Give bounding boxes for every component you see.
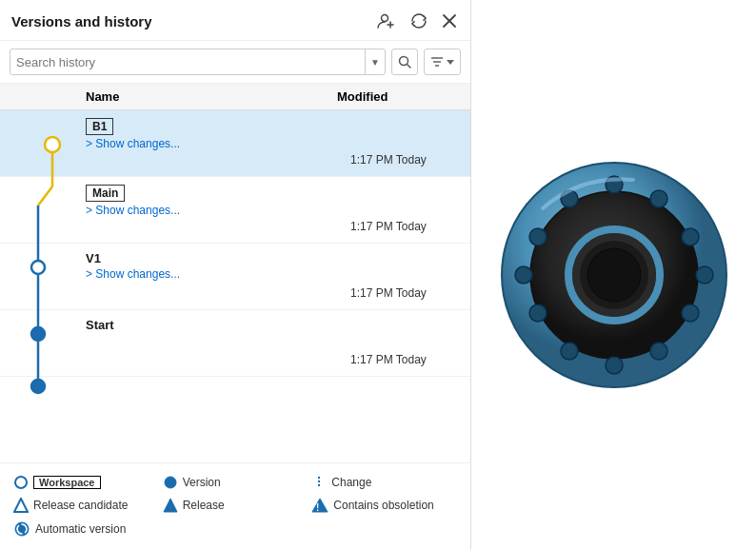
panel-title: Versions and history [11,13,152,29]
search-input-wrapper: ▼ [10,49,386,75]
version-label: Version [183,476,221,489]
header-icons [375,10,459,32]
svg-point-37 [606,357,623,374]
version-name-start: Start [86,318,114,332]
svg-point-32 [650,190,667,207]
row-sub-1: > Show changes... [86,137,343,150]
svg-marker-22 [312,499,328,512]
release-candidate-icon [13,498,29,513]
svg-point-18 [165,477,176,488]
row-sub-2: > Show changes... [86,204,343,217]
search-dropdown-button[interactable]: ▼ [365,49,385,74]
svg-point-35 [682,304,699,322]
svg-point-36 [650,343,667,360]
version-icon [163,475,178,490]
row-content-1: B1 > Show changes... [86,110,347,176]
sync-button[interactable] [408,10,430,32]
history-row[interactable]: Main > Show changes... 1:17 PM Today [0,177,470,244]
svg-marker-20 [14,499,28,512]
contains-obsoletion-icon: ! [311,498,328,513]
release-label: Release [183,499,225,512]
svg-marker-21 [164,499,177,512]
obsoletion-label: Contains obsoletion [333,499,433,512]
svg-text:!: ! [316,502,319,513]
show-changes-1[interactable]: > Show changes... [86,137,180,150]
workspace-icon [13,475,29,490]
modified-time-4: 1:17 PM Today [347,310,470,376]
search-button[interactable] [391,49,418,75]
history-row[interactable]: Start 1:17 PM Today [0,310,470,377]
legend-version: Version [163,475,308,490]
right-panel [471,0,756,549]
modified-time-1: 1:17 PM Today [347,110,470,176]
workspace-label-box: Workspace [33,476,101,489]
timeline-col-1 [0,110,86,176]
filter-dropdown-arrow [447,60,454,65]
timeline-col-2 [0,177,86,243]
filter-icon [430,55,444,69]
svg-point-40 [515,266,532,284]
table-header: Name Modified [0,84,470,110]
svg-point-0 [382,15,388,22]
svg-point-34 [696,266,713,284]
svg-point-41 [529,228,547,245]
history-list: B1 > Show changes... 1:17 PM Today Main … [0,110,470,462]
modified-time-3: 1:17 PM Today [347,244,470,309]
legend-automatic-version: Automatic version [13,520,159,538]
add-version-button[interactable] [375,10,398,32]
history-row[interactable]: V1 > Show changes... 1:17 PM Today [0,244,470,310]
legend-workspace: Workspace [13,475,159,490]
close-button[interactable] [440,11,459,30]
change-label: Change [331,476,371,489]
legend-change: Change [311,475,457,490]
column-modified-header: Modified [337,89,461,104]
row-content-3: V1 > Show changes... [86,244,347,309]
svg-point-39 [529,304,547,322]
column-name-header: Name [86,89,337,104]
legend-contains-obsoletion: ! Contains obsoletion [311,498,457,513]
row-top-2: Main [86,185,343,202]
legend-release-candidate: Release candidate [13,498,159,513]
automatic-version-icon [13,520,30,538]
svg-point-33 [682,228,699,245]
row-top-1: B1 [86,118,343,135]
change-icon [311,475,327,490]
version-tag-main: Main [86,185,125,202]
search-icon [398,55,411,69]
part-3d-view [486,147,743,403]
row-content-4: Start [86,310,347,376]
show-changes-3[interactable]: > Show changes... [86,267,180,281]
version-tag-b1: B1 [86,118,113,135]
legend-release: Release [163,498,308,513]
show-changes-2[interactable]: > Show changes... [86,204,180,217]
row-content-2: Main > Show changes... [86,177,347,243]
modified-time-2: 1:17 PM Today [347,177,470,243]
chevron-down-icon: ▼ [370,57,380,68]
release-icon [163,498,178,513]
timeline-col-3 [0,244,86,309]
timeline-col-4 [0,310,86,376]
history-row[interactable]: B1 > Show changes... 1:17 PM Today [0,110,470,177]
row-top-4: Start [86,318,343,332]
automatic-version-label: Automatic version [35,522,126,536]
legend: Workspace Version Change [0,462,470,549]
search-input[interactable] [10,55,365,69]
version-name-v1: V1 [86,251,101,265]
svg-point-16 [31,380,45,393]
panel-header: Versions and history [0,0,470,41]
row-sub-3: > Show changes... [86,267,343,281]
filter-button[interactable] [424,49,461,75]
svg-point-30 [587,248,641,302]
svg-point-38 [561,343,578,360]
release-candidate-label: Release candidate [33,499,128,512]
versions-panel: Versions and history [0,0,471,549]
svg-point-17 [15,477,27,488]
row-top-3: V1 [86,251,343,265]
svg-line-6 [408,65,411,69]
search-bar: ▼ [0,41,470,84]
